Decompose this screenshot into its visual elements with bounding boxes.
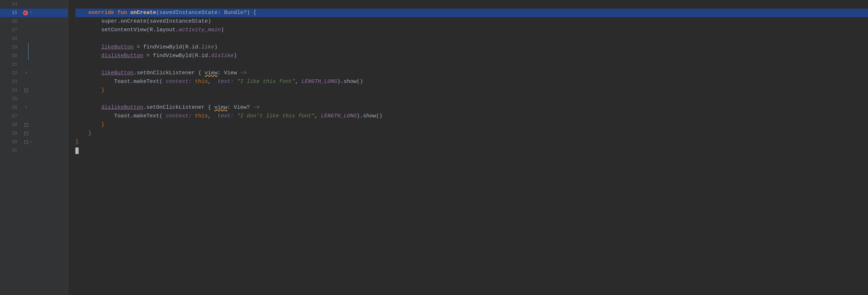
closing-brace-like: }	[101, 86, 104, 94]
text-cursor	[75, 148, 79, 154]
gutter-row-30: 30 − ▷	[0, 138, 68, 146]
gutter-row-22: 22 ▽	[0, 69, 68, 78]
code-line-30: }	[75, 138, 868, 146]
line-number-25: 25	[0, 95, 22, 103]
closing-brace-dislike: }	[101, 121, 104, 129]
run-indicator-icon[interactable]: ▶	[23, 10, 28, 15]
gutter-row-31: 31	[0, 146, 68, 155]
length-long-const2: LENGTH_LONG	[321, 112, 356, 120]
code-line-24: }	[75, 86, 868, 95]
code-line-19: likeButton = findViewByld(R.id. like )	[75, 43, 868, 52]
line-number-16: 16	[0, 18, 22, 25]
keyword-override: override	[88, 9, 114, 17]
gutter-row-25: 25	[0, 95, 68, 103]
line-number-17: 17	[0, 27, 22, 34]
code-line-31	[75, 146, 868, 155]
code-line-17: setContentView(R.layout. activity_main )	[75, 26, 868, 34]
line-number-21: 21	[0, 61, 22, 68]
line-number-23: 23	[0, 78, 22, 85]
gutter-row-29: 29 −	[0, 129, 68, 138]
like-button-var: likeButton	[101, 43, 134, 51]
line-number-14: 14	[0, 1, 22, 8]
line-number-15: 15	[0, 9, 22, 17]
context-label: context:	[166, 78, 192, 86]
this-keyword: this	[195, 78, 208, 86]
view-param-squiggle: view	[205, 69, 218, 77]
fold-bar-close-icon[interactable]: −	[24, 132, 28, 135]
code-line-14	[75, 0, 868, 9]
line-number-18: 18	[0, 35, 22, 42]
code-line-16: super . onCreate (savedInstanceState)	[75, 17, 868, 26]
like-id: like	[201, 43, 214, 51]
code-editor: 14 15 ▶ ▽ 16 17 18 19	[0, 0, 868, 295]
line-number-29: 29	[0, 130, 22, 137]
string-dont-like-font: "I don't like this font"	[237, 112, 314, 120]
code-line-26: dislikeButton .setOnClickListener { view…	[75, 103, 868, 112]
line-number-22: 22	[0, 70, 22, 77]
gutter-row-28: 28 −	[0, 121, 68, 129]
context-label2: context:	[166, 112, 192, 120]
code-line-25	[75, 95, 868, 103]
code-line-15: override fun onCreate ( savedInstanceSta…	[75, 9, 868, 17]
code-line-18	[75, 34, 868, 43]
code-line-21	[75, 60, 868, 69]
gutter-row-26: 26 ▽	[0, 103, 68, 112]
gutter-row-20: 20	[0, 52, 68, 60]
keyword-fun: fun	[117, 9, 127, 17]
gutter-row-17: 17	[0, 26, 68, 34]
gutter-row-24: 24 −	[0, 86, 68, 95]
code-line-29: }	[75, 129, 868, 138]
code-line-23: Toast.makeText( context: this , text: "I…	[75, 78, 868, 86]
line-number-26: 26	[0, 104, 22, 111]
line-number-27: 27	[0, 113, 22, 120]
fold-arrow-icon[interactable]: ▽	[29, 10, 34, 15]
fold-close-outer-icon[interactable]: −	[24, 140, 28, 144]
gutter-row-19: 19	[0, 43, 68, 52]
fold-open-icon[interactable]: ▽	[24, 71, 29, 76]
closing-brace-class: }	[75, 138, 79, 146]
gutter-row-23: 23	[0, 78, 68, 86]
like-button-listener-var: likeButton	[101, 69, 134, 77]
line-gutter: 14 15 ▶ ▽ 16 17 18 19	[0, 0, 68, 295]
arrow-token: ->	[240, 69, 247, 77]
function-name-oncreate: onCreate	[130, 9, 156, 17]
line-number-31: 31	[0, 147, 22, 154]
gutter-row-16: 16	[0, 17, 68, 26]
closing-brace-oncreate: }	[88, 129, 92, 137]
fold-open2-icon[interactable]: ▽	[24, 105, 29, 110]
code-line-28: }	[75, 121, 868, 129]
code-content: override fun onCreate ( savedInstanceSta…	[68, 0, 868, 295]
gutter-row-14: 14	[0, 0, 68, 9]
string-i-like-font: "I like this font"	[237, 78, 295, 86]
gutter-row-15: 15 ▶ ▽	[0, 9, 68, 17]
code-line-20: dislikeButton = findViewByld(R.id. disli…	[75, 52, 868, 60]
dislike-button-var: dislikeButton	[101, 52, 143, 60]
line-number-19: 19	[0, 44, 22, 51]
fold-close-icon[interactable]: −	[24, 89, 28, 92]
line-number-24: 24	[0, 87, 22, 94]
dislike-id: dislike	[211, 52, 234, 60]
code-line-22: likeButton .setOnClickListener { view : …	[75, 69, 868, 78]
gutter-row-18: 18	[0, 34, 68, 43]
layout-name: activity_main	[179, 26, 221, 34]
text-label: text:	[218, 78, 234, 86]
this-keyword2: this	[195, 112, 208, 120]
arrow-token2: ->	[253, 103, 260, 112]
fold-close2-icon[interactable]: −	[24, 123, 28, 127]
line-number-30: 30	[0, 139, 22, 146]
code-line-27: Toast.makeText( context: this , text: "I…	[75, 112, 868, 121]
length-long-const: LENGTH_LONG	[302, 78, 337, 86]
view-param2-squiggle: view	[214, 103, 227, 112]
play-triangle-icon[interactable]: ▷	[30, 140, 32, 145]
text-label2: text:	[218, 112, 234, 120]
dislike-button-listener-var: dislikeButton	[101, 103, 143, 112]
gutter-row-27: 27	[0, 112, 68, 121]
line-number-20: 20	[0, 52, 22, 60]
line-number-28: 28	[0, 121, 22, 128]
gutter-row-21: 21	[0, 60, 68, 69]
